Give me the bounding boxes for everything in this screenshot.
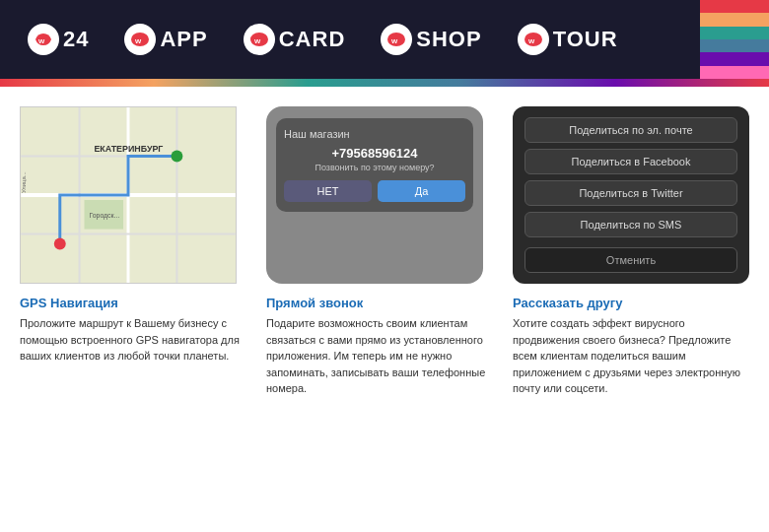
nav-label-tour: TOUR	[553, 27, 618, 52]
phone-number: +79568596124	[331, 146, 417, 161]
nav-logo-card: w	[244, 24, 275, 55]
phone-screen: Наш магазин +79568596124 Позвонить по эт…	[276, 118, 473, 212]
section-call: Наш магазин +79568596124 Позвонить по эт…	[266, 106, 493, 397]
share-twitter-btn[interactable]: Поделиться в Twitter	[524, 180, 737, 206]
svg-text:Улица...: Улица...	[21, 171, 27, 193]
svg-text:w: w	[253, 36, 261, 45]
phone-btn-yes[interactable]: Да	[378, 180, 465, 202]
nav-logo-shop: w	[381, 24, 412, 55]
svg-text:Городск...: Городск...	[89, 212, 119, 220]
svg-text:w: w	[527, 36, 535, 45]
share-title: Рассказать другу	[513, 296, 749, 310]
call-title: Прямой звонок	[266, 296, 493, 310]
share-cancel-btn[interactable]: Отменить	[524, 247, 737, 273]
section-gps: ЕКАТЕРИНБУРГ Городск... Улица... GPS Нав…	[20, 106, 246, 397]
header: w 24 w APP w CARD	[0, 0, 769, 79]
nav-label-card: CARD	[279, 27, 346, 52]
phone-btn-no[interactable]: НЕТ	[284, 180, 372, 202]
svg-point-18	[172, 151, 183, 163]
call-body: Подарите возможность своим клиентам связ…	[266, 315, 493, 397]
map-image: ЕКАТЕРИНБУРГ Городск... Улица...	[20, 106, 237, 284]
rainbow-decoration	[700, 0, 769, 79]
nav-logo-24: w	[28, 24, 59, 55]
nav-logo-app: w	[124, 24, 156, 55]
svg-text:ЕКАТЕРИНБУРГ: ЕКАТЕРИНБУРГ	[94, 144, 163, 154]
nav-label-app: APP	[160, 27, 207, 52]
phone-question: Позвонить по этому номеру?	[315, 163, 434, 172]
main-content: ЕКАТЕРИНБУРГ Городск... Улица... GPS Нав…	[0, 87, 769, 407]
gps-title: GPS Навигация	[20, 296, 246, 310]
nav-item-app[interactable]: w APP	[106, 24, 225, 55]
share-panel: Поделиться по эл. почте Поделиться в Fac…	[513, 106, 749, 284]
phone-buttons: НЕТ Да	[284, 180, 465, 202]
nav-label-shop: SHOP	[416, 27, 481, 52]
phone-shop-title: Наш магазин	[284, 128, 350, 140]
nav-item-card[interactable]: w CARD	[226, 24, 364, 55]
section-share: Поделиться по эл. почте Поделиться в Fac…	[513, 106, 749, 397]
nav-logo-tour: w	[518, 24, 549, 55]
share-sms-btn[interactable]: Поделиться по SMS	[524, 212, 737, 237]
svg-text:w: w	[134, 36, 142, 45]
nav-item-shop[interactable]: w SHOP	[363, 24, 499, 55]
nav-item-24[interactable]: w 24	[10, 24, 106, 55]
nav-label-24: 24	[63, 27, 89, 52]
share-facebook-btn[interactable]: Поделиться в Facebook	[524, 149, 737, 174]
nav-item-tour[interactable]: w TOUR	[500, 24, 636, 55]
gps-body: Проложите маршрут к Вашему бизнесу с пом…	[20, 315, 246, 365]
svg-text:w: w	[390, 36, 398, 45]
phone-mockup: Наш магазин +79568596124 Позвонить по эт…	[266, 106, 483, 284]
nav-bar: w 24 w APP w CARD	[0, 24, 769, 55]
rainbow-strip	[0, 79, 769, 87]
svg-text:w: w	[37, 36, 45, 45]
share-body: Хотите создать эффект вирусного продвиже…	[513, 315, 749, 397]
svg-point-17	[54, 238, 66, 250]
share-email-btn[interactable]: Поделиться по эл. почте	[524, 117, 737, 143]
